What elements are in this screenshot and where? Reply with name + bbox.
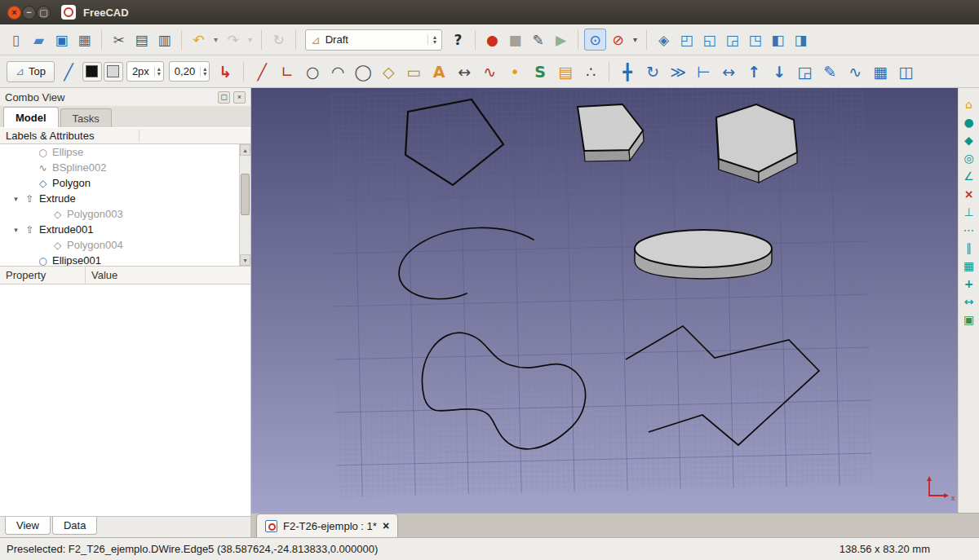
snap-perpendicular-icon[interactable]: ⊥ — [960, 203, 977, 220]
tree-scrollbar[interactable]: ▴ ▾ — [239, 144, 250, 266]
snap-dimensions-icon[interactable]: ↔ — [960, 293, 977, 310]
draft-line-icon[interactable]: ╱ — [250, 60, 274, 84]
scrollbar-track[interactable] — [240, 156, 250, 254]
tab-model[interactable]: Model — [3, 107, 59, 127]
draft-rectangle-icon[interactable]: ▭ — [401, 60, 426, 84]
tree-item-ellipse[interactable]: ○ Ellipse — [0, 144, 239, 160]
edit-macro-icon[interactable]: ✎ — [527, 29, 549, 51]
draft-text-icon[interactable]: A — [427, 60, 451, 84]
left-view-icon[interactable]: ◨ — [790, 29, 812, 51]
cylinder-shape[interactable] — [635, 230, 772, 279]
tree-expander-icon[interactable]: ▾ — [11, 195, 20, 203]
autogroup-icon[interactable]: ↳ — [213, 60, 237, 84]
spinner-arrows-icon[interactable]: ▴ ▾ — [200, 67, 209, 77]
tab-data[interactable]: Data — [52, 517, 97, 535]
snap-workingplane-icon[interactable]: ▣ — [960, 311, 977, 328]
draft-polygon-icon[interactable]: ◇ — [376, 60, 401, 84]
play-macro-icon[interactable]: ▶ — [550, 29, 572, 51]
drawstyle-menu-icon[interactable]: ▾ — [630, 29, 640, 51]
maximize-button[interactable]: ▢ — [37, 6, 51, 20]
front-view-icon[interactable]: ◰ — [676, 29, 698, 51]
zoom-icon[interactable]: ⊙ — [584, 29, 606, 51]
axonometric-view-icon[interactable]: ◈ — [653, 29, 675, 51]
stop-macro-icon[interactable]: ■ — [504, 29, 526, 51]
draft-array-icon[interactable]: ▦ — [868, 60, 893, 84]
tree-item-polygon003[interactable]: ◇ Polygon003 — [0, 206, 239, 222]
tree-item-polygon[interactable]: ◇ Polygon — [0, 175, 239, 191]
draft-downgrade-icon[interactable]: ↓ — [767, 60, 791, 84]
scroll-down-button[interactable]: ▾ — [240, 254, 250, 266]
snap-angle-icon[interactable]: ∠ — [960, 167, 977, 184]
snap-endpoint-icon[interactable]: ● — [960, 113, 977, 130]
close-panel-button[interactable]: × — [233, 91, 246, 104]
draft-trim-icon[interactable]: ⊢ — [691, 60, 715, 84]
top-view-icon[interactable]: ◱ — [698, 29, 720, 51]
tab-view[interactable]: View — [5, 517, 51, 535]
property-table-body[interactable] — [0, 284, 250, 516]
draft-rotate-icon[interactable]: ↻ — [640, 60, 665, 84]
bottom-view-icon[interactable]: ◧ — [767, 29, 789, 51]
draft-shapestring-icon[interactable]: S — [528, 60, 552, 84]
draft-upgrade-icon[interactable]: ↑ — [742, 60, 766, 84]
refresh-icon[interactable]: ↻ — [268, 29, 290, 51]
draft-edit-icon[interactable]: ✎ — [817, 60, 842, 84]
rear-view-icon[interactable]: ◳ — [744, 29, 766, 51]
workbench-selector[interactable]: ⊿ Draft ▴ ▾ — [305, 29, 442, 51]
new-document-icon[interactable]: ▯ — [5, 29, 27, 51]
draft-wire2bspline-icon[interactable]: ∿ — [843, 60, 867, 84]
print-icon[interactable]: ▦ — [73, 29, 95, 51]
draft-label-icon[interactable]: ∴ — [578, 60, 603, 84]
scrollbar-thumb[interactable] — [241, 174, 250, 215]
cut-icon[interactable]: ✂ — [108, 29, 130, 51]
combo-arrows-icon[interactable]: ▴ ▾ — [427, 35, 436, 45]
save-icon[interactable]: ▣ — [51, 29, 73, 51]
draft-offset-icon[interactable]: ≫ — [666, 60, 690, 84]
whatsthis-icon[interactable]: ? — [447, 29, 469, 51]
3d-viewport[interactable]: x — [251, 88, 958, 513]
tree-item-bspline002[interactable]: ∿ BSpline002 — [0, 160, 239, 175]
snap-ortho-icon[interactable]: + — [960, 275, 977, 292]
paste-icon[interactable]: ▥ — [153, 29, 175, 51]
line-color-swatch[interactable] — [82, 62, 102, 82]
scroll-up-button[interactable]: ▴ — [240, 144, 250, 156]
draft-arc-icon[interactable]: ◠ — [326, 60, 350, 84]
right-view-icon[interactable]: ◲ — [721, 29, 743, 51]
draft-scale-icon[interactable]: ◲ — [792, 60, 817, 84]
draft-move-icon[interactable]: ╋ — [615, 60, 640, 84]
working-plane-button[interactable]: ⊿ Top — [7, 61, 55, 82]
drawstyle-icon[interactable]: ⊘ — [607, 29, 629, 51]
draft-ellipse-icon[interactable]: ◯ — [351, 60, 375, 84]
redo-menu-icon[interactable]: ▾ — [245, 29, 255, 51]
snap-grid-icon[interactable]: ▦ — [960, 257, 977, 274]
draft-point-icon[interactable]: • — [503, 60, 527, 84]
spinner-arrows-icon[interactable]: ▴ ▾ — [154, 67, 163, 77]
open-folder-icon[interactable]: ▰ — [28, 29, 50, 51]
tab-tasks[interactable]: Tasks — [60, 108, 112, 127]
snap-extension-icon[interactable]: ⋯ — [960, 221, 977, 238]
scale-spinner[interactable]: 0,20 ▴ ▾ — [169, 61, 210, 82]
draft-bspline-icon[interactable]: ∿ — [477, 60, 502, 84]
snap-center-icon[interactable]: ◎ — [960, 149, 977, 166]
record-macro-icon[interactable]: ● — [481, 29, 503, 51]
draft-wire-icon[interactable]: ∟ — [275, 60, 299, 84]
draft-facebinder-icon[interactable]: ▤ — [553, 60, 578, 84]
tree-item-polygon004[interactable]: ◇ Polygon004 — [0, 237, 239, 253]
snap-midpoint-icon[interactable]: ◆ — [960, 131, 977, 148]
close-button[interactable]: × — [7, 6, 21, 20]
draft-mirror-icon[interactable]: ◫ — [893, 60, 918, 84]
tree-item-extrude[interactable]: ▾ ⇧ Extrude — [0, 191, 239, 206]
minimize-button[interactable]: − — [22, 6, 36, 20]
float-panel-button[interactable]: ▢ — [218, 91, 230, 104]
tree-item-extrude001[interactable]: ▾ ⇧ Extrude001 — [0, 222, 239, 237]
face-color-swatch[interactable] — [104, 62, 123, 82]
copy-icon[interactable]: ▤ — [131, 29, 153, 51]
tree-item-ellipse001[interactable]: ○ Ellipse001 — [0, 253, 239, 267]
tree-expander-icon[interactable]: ▾ — [11, 226, 20, 234]
undo-menu-icon[interactable]: ▾ — [210, 29, 221, 51]
snap-lock-icon[interactable]: ⌂ — [960, 95, 977, 112]
snap-parallel-icon[interactable]: ∥ — [960, 239, 977, 256]
snap-intersection-icon[interactable]: × — [960, 185, 977, 202]
construction-mode-icon[interactable]: ╱ — [56, 60, 81, 84]
line-width-spinner[interactable]: 2px ▴ ▾ — [126, 61, 164, 82]
redo-icon[interactable]: ↷ — [222, 29, 244, 51]
